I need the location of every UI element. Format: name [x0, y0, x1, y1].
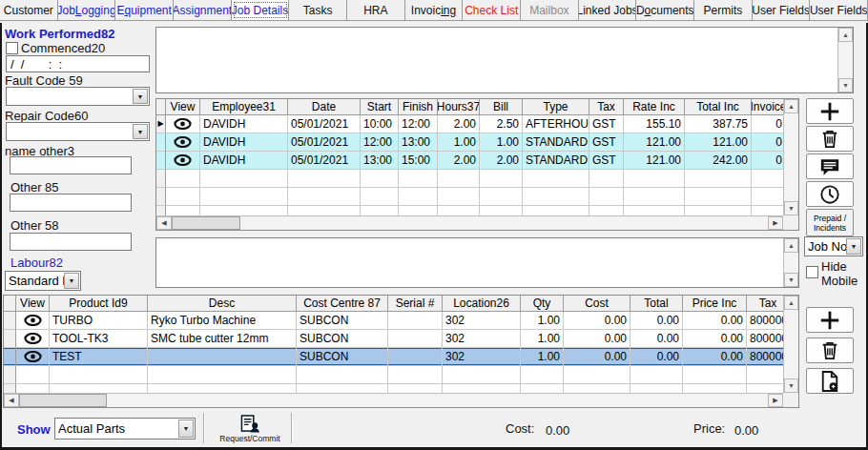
column-header-total[interactable]: Total	[630, 296, 683, 312]
labour-rate-combo[interactable]: Standard R ▼	[5, 271, 81, 291]
row-selector[interactable]: ▶	[156, 115, 166, 133]
column-header-finish[interactable]: Finish	[399, 99, 438, 115]
column-header-serial-[interactable]: Serial #	[388, 296, 443, 312]
parts-grid-hscrollbar[interactable]: ◀ ▶	[4, 393, 783, 407]
column-header-qty[interactable]: Qty	[521, 296, 564, 312]
chevron-down-icon[interactable]: ▼	[64, 273, 79, 289]
tab-documents[interactable]: Documents	[636, 0, 694, 20]
chevron-down-icon[interactable]: ▼	[846, 238, 861, 255]
name-other-field[interactable]	[10, 156, 132, 174]
commenced-checkbox[interactable]	[6, 42, 18, 54]
column-header-type[interactable]: Type	[523, 99, 589, 115]
tab-invoicing[interactable]: Invoicing	[405, 0, 464, 20]
hide-mobile-checkbox[interactable]	[806, 266, 818, 278]
tab-mailbox[interactable]: Mailbox	[521, 0, 579, 20]
view-button[interactable]	[166, 115, 200, 133]
other58-field[interactable]	[10, 233, 132, 251]
column-header-date[interactable]: Date	[288, 99, 361, 115]
add-part-button[interactable]	[806, 307, 854, 333]
labour-note-button[interactable]	[806, 153, 854, 179]
view-button[interactable]	[166, 133, 200, 152]
chevron-down-icon[interactable]: ▼	[178, 419, 194, 438]
row-selector[interactable]	[4, 312, 16, 330]
scrollbar-thumb[interactable]	[172, 216, 240, 230]
job-notes-combo[interactable]: Job Not ▼	[804, 236, 863, 256]
table-row[interactable]: DAVIDH05/01/202113:0015:002.002.00STANDA…	[156, 152, 786, 170]
tab-job-logging[interactable]: Job Logging	[58, 0, 116, 20]
column-header-rate-inc[interactable]: Rate Inc	[624, 99, 685, 115]
tab-hra[interactable]: HRA	[347, 0, 405, 20]
table-row[interactable]: TESTSUBCON3021.000.000.000.0080000009	[4, 348, 790, 366]
table-row[interactable]: ▶DAVIDH05/01/202110:0012:002.002.50AFTER…	[156, 115, 786, 133]
table-row[interactable]: TURBORyko Turbo MachineSUBCON3021.000.00…	[4, 312, 790, 330]
prepaid-incidents-button[interactable]: Prepaid / Incidents	[806, 209, 854, 236]
fault-code-combo[interactable]: ▼	[6, 87, 150, 106]
tab-customer[interactable]: Customer	[0, 0, 58, 20]
row-selector[interactable]	[4, 330, 16, 348]
tab-user-fields[interactable]: User Fields	[810, 0, 868, 20]
scroll-down-icon[interactable]: ▼	[784, 378, 798, 393]
scroll-down-icon[interactable]: ▼	[784, 273, 798, 287]
delete-labour-button[interactable]	[806, 126, 854, 152]
commenced-datetime-field[interactable]: / / : :	[6, 55, 150, 72]
tab-user-fields[interactable]: User Fields	[753, 0, 811, 20]
parts-grid-vscrollbar[interactable]: ▲ ▼	[783, 296, 798, 393]
row-selector[interactable]	[4, 348, 16, 366]
column-header-cost[interactable]: Cost	[564, 296, 630, 312]
labour-grid-hscrollbar[interactable]: ◀ ▶	[156, 215, 783, 230]
work-performed-memo[interactable]: ▲ ▼	[155, 27, 854, 93]
tab-equipment[interactable]: Equipment	[115, 0, 174, 20]
part-document-button[interactable]	[806, 368, 854, 394]
parts-grid[interactable]: ViewProduct Id9DescCost Centre 87Serial …	[3, 295, 799, 408]
chevron-down-icon[interactable]: ▼	[133, 124, 148, 139]
column-header-view[interactable]: View	[166, 99, 200, 115]
column-header-employee31[interactable]: Employee31	[200, 99, 288, 115]
column-header-view[interactable]: View	[16, 296, 50, 312]
scroll-right-icon[interactable]: ▶	[768, 216, 783, 230]
tab-permits[interactable]: Permits	[694, 0, 753, 20]
labour-grid[interactable]: ViewEmployee31DateStartFinishHours37Bill…	[155, 98, 799, 231]
column-header-cost-centre-87[interactable]: Cost Centre 87	[297, 296, 388, 312]
column-header-total-inc[interactable]: Total Inc	[685, 99, 752, 115]
table-row[interactable]: TOOL-TK3SMC tube cutter 12mmSUBCON3021.0…	[4, 330, 790, 348]
other85-field[interactable]	[10, 194, 132, 212]
scroll-up-icon[interactable]: ▲	[784, 238, 798, 253]
column-header-price-inc[interactable]: Price Inc	[683, 296, 747, 312]
request-commit-button[interactable]: Request/Commit	[210, 414, 290, 443]
column-header-product-id9[interactable]: Product Id9	[50, 296, 148, 312]
view-button[interactable]	[16, 312, 50, 330]
memo-scrollbar[interactable]: ▲ ▼	[783, 238, 798, 287]
scroll-right-icon[interactable]: ▶	[768, 394, 783, 407]
parts-filter-combo[interactable]: Actual Parts ▼	[54, 418, 196, 440]
column-header-tax[interactable]: Tax	[589, 99, 624, 115]
scroll-down-icon[interactable]: ▼	[784, 201, 798, 215]
scroll-left-icon[interactable]: ◀	[4, 394, 19, 407]
repair-code-combo[interactable]: ▼	[6, 122, 150, 141]
column-header-desc[interactable]: Desc	[148, 296, 297, 312]
table-row[interactable]: DAVIDH05/01/202112:0013:001.001.00STANDA…	[156, 133, 786, 152]
scroll-down-icon[interactable]: ▼	[838, 78, 853, 92]
row-selector[interactable]	[156, 133, 166, 152]
delete-part-button[interactable]	[806, 338, 854, 363]
scrollbar-thumb[interactable]	[19, 394, 107, 407]
column-header-invoice[interactable]: Invoice	[752, 99, 786, 115]
scroll-up-icon[interactable]: ▲	[784, 99, 798, 113]
column-header-start[interactable]: Start	[361, 99, 399, 115]
view-button[interactable]	[16, 348, 50, 366]
scroll-up-icon[interactable]: ▲	[784, 296, 798, 310]
view-button[interactable]	[16, 330, 50, 348]
memo-scrollbar[interactable]: ▲ ▼	[837, 28, 853, 92]
scroll-up-icon[interactable]: ▲	[838, 28, 853, 42]
chevron-down-icon[interactable]: ▼	[133, 89, 148, 104]
tab-tasks[interactable]: Tasks	[289, 0, 347, 20]
job-notes-memo[interactable]: ▲ ▼	[155, 237, 799, 288]
scroll-left-icon[interactable]: ◀	[156, 216, 172, 230]
column-header-bill[interactable]: Bill	[480, 99, 523, 115]
labour-time-button[interactable]	[806, 181, 854, 207]
column-header-location26[interactable]: Location26	[443, 296, 521, 312]
tab-linked-jobs[interactable]: Linked Jobs	[579, 0, 637, 20]
labour-grid-vscrollbar[interactable]: ▲ ▼	[783, 99, 798, 215]
tab-check-list[interactable]: Check List	[463, 0, 521, 20]
row-selector[interactable]	[156, 152, 166, 170]
add-labour-button[interactable]	[806, 98, 854, 124]
